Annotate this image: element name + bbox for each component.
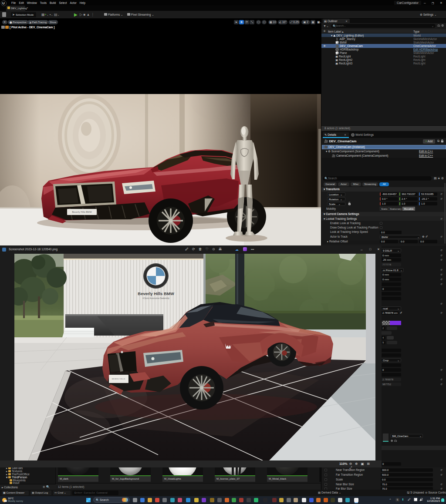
svg-text:Beverly Hills BMW: Beverly Hills BMW (138, 291, 174, 296)
svg-text:A Sonic Automotive Dealership: A Sonic Automotive Dealership (142, 297, 169, 299)
svg-text:Beverly Hills BMW: Beverly Hills BMW (72, 211, 92, 213)
svg-text:BEVERLY HILLS: BEVERLY HILLS (112, 378, 125, 380)
